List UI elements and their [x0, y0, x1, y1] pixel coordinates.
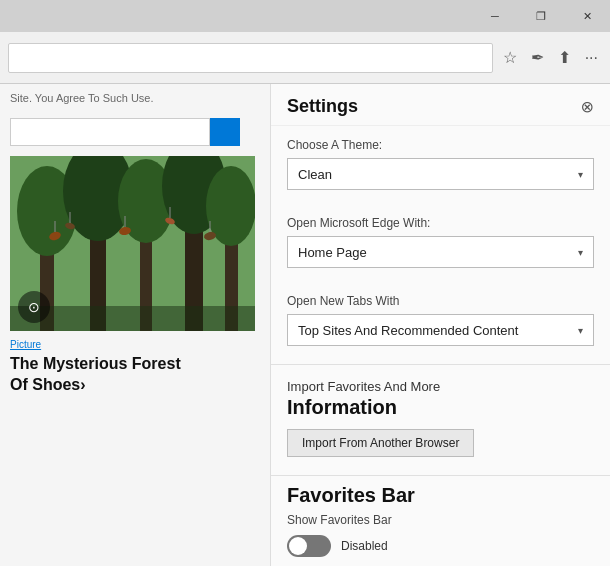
- favorites-bar-title: Favorites Bar: [271, 480, 610, 513]
- open-with-value: Home Page: [298, 245, 367, 260]
- toggle-row: Disabled: [271, 535, 610, 565]
- toggle-knob: [289, 537, 307, 555]
- browser-toolbar: ☆ ✒ ⬆ ···: [0, 32, 610, 84]
- camera-icon: ⊙: [18, 291, 50, 323]
- import-section-title: Import Favorites And More: [271, 369, 610, 396]
- theme-section: Choose A Theme: Clean ▾: [271, 126, 610, 204]
- minimize-button[interactable]: ─: [472, 0, 518, 32]
- favorites-bar-toggle[interactable]: [287, 535, 331, 557]
- share-icon[interactable]: ⬆: [558, 48, 571, 67]
- theme-label: Choose A Theme:: [287, 138, 594, 152]
- theme-arrow: ▾: [578, 169, 583, 180]
- maximize-button[interactable]: ❐: [518, 0, 564, 32]
- search-input-fake: [10, 118, 210, 146]
- webpage-content: Site. You Agree To Such Use.: [0, 84, 270, 566]
- disclaimer-text: Site. You Agree To Such Use.: [0, 84, 270, 112]
- search-bar-area: [0, 112, 270, 152]
- browser-body: Site. You Agree To Such Use.: [0, 84, 610, 566]
- theme-value: Clean: [298, 167, 332, 182]
- new-tabs-label: Open New Tabs With: [287, 294, 594, 308]
- import-from-browser-button[interactable]: Import From Another Browser: [287, 429, 474, 457]
- divider-2: [271, 475, 610, 476]
- divider: [271, 364, 610, 365]
- settings-header: Settings ⊕: [271, 84, 610, 126]
- new-tabs-dropdown[interactable]: Top Sites And Recommended Content ▾: [287, 314, 594, 346]
- address-bar[interactable]: [8, 43, 493, 73]
- new-tabs-section: Open New Tabs With Top Sites And Recomme…: [271, 282, 610, 360]
- open-with-dropdown[interactable]: Home Page ▾: [287, 236, 594, 268]
- article-image: ⊙: [10, 156, 255, 331]
- search-button-fake: [210, 118, 240, 146]
- toolbar-icons: ☆ ✒ ⬆ ···: [499, 48, 602, 67]
- menu-icon[interactable]: ···: [585, 49, 598, 67]
- pin-icon[interactable]: ⊕: [576, 95, 599, 118]
- pen-icon[interactable]: ✒: [531, 48, 544, 67]
- title-bar-controls: ─ ❐ ✕: [472, 0, 610, 32]
- article-title-line2: Of Shoes›: [10, 376, 86, 393]
- toggle-state-label: Disabled: [341, 539, 388, 553]
- settings-title: Settings: [287, 96, 358, 117]
- article-title: The Mysterious Forest Of Shoes›: [0, 352, 270, 398]
- show-favorites-label: Show Favorites Bar: [271, 513, 610, 535]
- new-tabs-arrow: ▾: [578, 325, 583, 336]
- import-section-subtitle: Information: [271, 396, 610, 429]
- title-bar: ─ ❐ ✕: [0, 0, 610, 32]
- article-label[interactable]: Picture: [0, 335, 270, 352]
- favorites-icon[interactable]: ☆: [503, 48, 517, 67]
- open-with-label: Open Microsoft Edge With:: [287, 216, 594, 230]
- new-tabs-value: Top Sites And Recommended Content: [298, 323, 518, 338]
- open-with-arrow: ▾: [578, 247, 583, 258]
- theme-dropdown[interactable]: Clean ▾: [287, 158, 594, 190]
- article-title-line1: The Mysterious Forest: [10, 355, 181, 372]
- open-with-section: Open Microsoft Edge With: Home Page ▾: [271, 204, 610, 282]
- settings-panel: Settings ⊕ Choose A Theme: Clean ▾ Open …: [270, 84, 610, 566]
- close-button[interactable]: ✕: [564, 0, 610, 32]
